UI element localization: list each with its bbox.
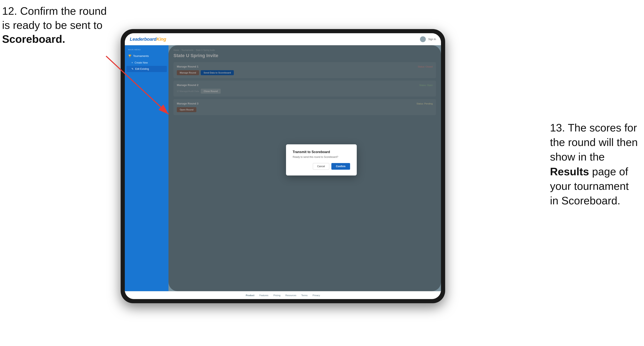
avatar (420, 36, 426, 42)
annotation-bold: Scoreboard. (2, 33, 65, 45)
main-content: Home › Tournaments › State U Spring Invi… (168, 45, 441, 291)
transmit-modal: Transmit to Scoreboard Ready to send thi… (286, 144, 357, 175)
plus-icon: + (132, 61, 133, 64)
app-footer: Product Features Pricing Resources Terms… (125, 291, 441, 299)
sidebar-item-create-new[interactable]: + Create New (125, 60, 168, 66)
confirm-button[interactable]: Confirm (331, 163, 350, 170)
annotation-line2: is ready to be sent to (2, 19, 102, 31)
cancel-button[interactable]: Cancel (313, 163, 329, 170)
annotation-right: 13. The scores forthe round will thensho… (550, 121, 638, 208)
annotation-right-text: 13. The scores forthe round will thensho… (550, 122, 638, 207)
modal-title: Transmit to Scoreboard (293, 150, 350, 154)
signin-button[interactable]: Sign In (428, 38, 436, 41)
logo-king: King (156, 36, 166, 42)
footer-link-resources[interactable]: Resources (286, 294, 296, 297)
trophy-icon: 🏆 (128, 54, 132, 57)
annotation-line1: 12. Confirm the round (2, 5, 107, 17)
modal-overlay: Transmit to Scoreboard Ready to send thi… (168, 45, 441, 291)
footer-link-product[interactable]: Product (246, 294, 254, 297)
annotation-top: 12. Confirm the round is ready to be sen… (2, 4, 107, 46)
tournaments-label: Tournaments (133, 54, 149, 57)
edit-icon: ✎ (132, 67, 134, 70)
logo-text: Leaderboard (130, 36, 156, 42)
sidebar: MAIN MENU 🏆 Tournaments + Create New ✎ E… (125, 45, 168, 291)
footer-link-features[interactable]: Features (260, 294, 268, 297)
sidebar-item-edit-existing[interactable]: ✎ Edit Existing (126, 66, 167, 72)
menu-label: MAIN MENU (125, 49, 168, 52)
tablet-device: LeaderboardKing Sign In MAIN MENU 🏆 Tour… (121, 29, 445, 303)
footer-link-privacy[interactable]: Privacy (313, 294, 320, 297)
tablet-screen: LeaderboardKing Sign In MAIN MENU 🏆 Tour… (125, 33, 441, 299)
create-new-label: Create New (134, 61, 148, 64)
app-logo: LeaderboardKing (130, 36, 166, 42)
footer-link-terms[interactable]: Terms (302, 294, 308, 297)
modal-actions: Cancel Confirm (293, 163, 350, 170)
sidebar-item-tournaments[interactable]: 🏆 Tournaments (125, 52, 168, 60)
modal-subtitle: Ready to send this round to Scoreboard? (293, 156, 350, 159)
header-right: Sign In (420, 36, 436, 42)
footer-link-pricing[interactable]: Pricing (273, 294, 280, 297)
main-layout: MAIN MENU 🏆 Tournaments + Create New ✎ E… (125, 45, 441, 291)
edit-existing-label: Edit Existing (135, 67, 149, 70)
app-header: LeaderboardKing Sign In (125, 33, 441, 45)
